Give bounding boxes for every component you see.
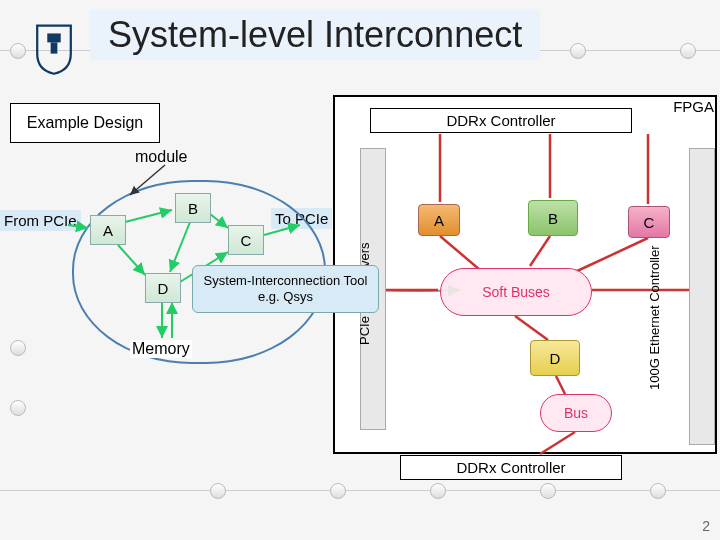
from-pcie-label: From PCIe — [0, 210, 81, 231]
university-crest-icon — [30, 20, 78, 76]
bus-cloud: Bus — [540, 394, 612, 432]
memory-label: Memory — [130, 340, 192, 358]
qsys-callout: System-Interconnection Tool e.g. Qsys — [192, 265, 379, 313]
module-label: module — [135, 148, 187, 166]
ethernet-controller-bar — [689, 148, 715, 445]
module-block-c: C — [228, 225, 264, 255]
slide-number: 2 — [702, 518, 710, 534]
example-design-label-box: Example Design — [10, 103, 160, 143]
module-block-a: A — [90, 215, 126, 245]
fpga-block-d: D — [530, 340, 580, 376]
svg-rect-0 — [47, 33, 60, 42]
ddr-controller-bottom: DDRx Controller — [400, 455, 622, 480]
fpga-block-a: A — [418, 204, 460, 236]
ethernet-controller-label: 100G Ethernet Controller — [647, 245, 662, 390]
module-block-d: D — [145, 273, 181, 303]
module-block-b: B — [175, 193, 211, 223]
slide-title: System-level Interconnect — [90, 10, 540, 60]
soft-buses-cloud: Soft Buses — [440, 268, 592, 316]
fpga-block-c: C — [628, 206, 670, 238]
fpga-block-b: B — [528, 200, 578, 236]
fpga-label: FPGA — [673, 98, 714, 115]
svg-rect-1 — [51, 42, 58, 53]
ddr-controller-top: DDRx Controller — [370, 108, 632, 133]
